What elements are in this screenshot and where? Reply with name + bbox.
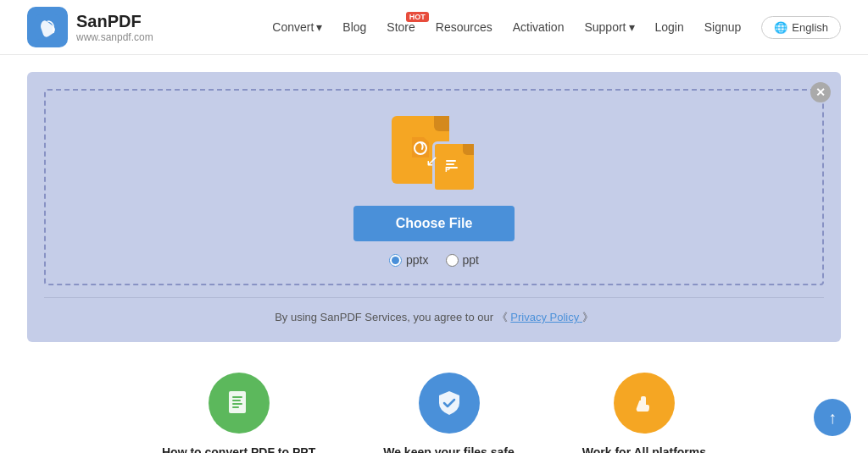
arrow-up-icon: ↑ <box>828 408 837 428</box>
file-icon-wrapper: ↙ P <box>392 116 476 192</box>
radio-ppt-input[interactable] <box>446 254 459 267</box>
svg-rect-6 <box>229 391 246 413</box>
feature-icon-convert <box>209 373 270 434</box>
logo-icon <box>27 7 68 47</box>
privacy-policy-link[interactable]: Privacy Policy <box>510 311 582 323</box>
nav-store[interactable]: Store HOT <box>387 20 415 34</box>
chevron-down-icon: ▾ <box>629 20 635 34</box>
svg-rect-9 <box>232 403 242 405</box>
site-url: www.sanpdf.com <box>76 31 153 43</box>
svg-rect-10 <box>232 406 239 408</box>
feature-icon-safe <box>419 373 480 434</box>
radio-pptx-input[interactable] <box>389 254 402 267</box>
main-content: ✕ ↙ <box>0 55 868 453</box>
svg-rect-2 <box>446 160 456 162</box>
arrow-icon: ↙ <box>426 152 438 170</box>
feature-platforms: Work for All platforms <box>582 373 706 453</box>
close-button[interactable]: ✕ <box>810 82 831 102</box>
nav-resources[interactable]: Resources <box>436 20 492 34</box>
feature-safe-label: We keep your files safe <box>383 445 515 453</box>
svg-text:P: P <box>445 165 450 174</box>
site-name: SanPDF <box>76 12 153 31</box>
upload-box: ↙ P Choose File <box>44 89 824 285</box>
radio-ppt[interactable]: ppt <box>446 253 479 267</box>
feature-platforms-label: Work for All platforms <box>582 445 706 453</box>
format-radio-group: pptx ppt <box>389 253 479 267</box>
hot-badge: HOT <box>406 12 429 22</box>
ppt-icon: P <box>432 141 476 192</box>
nav-login[interactable]: Login <box>655 20 684 34</box>
feature-convert: How to convert PDF to PPT <box>162 373 315 453</box>
feature-safe: We keep your files safe <box>383 373 515 453</box>
chevron-down-icon: ▾ <box>316 20 322 34</box>
privacy-notice: By using SanPDF Services, you agree to o… <box>44 297 824 325</box>
svg-rect-7 <box>232 396 242 398</box>
feature-icon-platforms <box>614 373 675 434</box>
nav-support[interactable]: Support ▾ <box>584 20 634 34</box>
nav-convert[interactable]: Convert ▾ <box>272 20 322 34</box>
feature-convert-label: How to convert PDF to PPT <box>162 445 315 453</box>
features-section: How to convert PDF to PPT We keep your f… <box>27 373 841 453</box>
choose-file-button[interactable]: Choose File <box>353 206 515 241</box>
ppt-symbol: P <box>442 153 466 180</box>
upload-section: ✕ ↙ <box>27 72 841 342</box>
nav-activation[interactable]: Activation <box>513 20 565 34</box>
logo-area: SanPDF www.sanpdf.com <box>27 7 153 47</box>
logo-text: SanPDF www.sanpdf.com <box>76 12 153 43</box>
header: SanPDF www.sanpdf.com Convert ▾ Blog Sto… <box>0 0 868 55</box>
radio-pptx[interactable]: pptx <box>389 253 428 267</box>
float-action-button[interactable]: ↑ <box>814 399 851 436</box>
main-nav: Convert ▾ Blog Store HOT Resources Activ… <box>272 16 841 39</box>
language-button[interactable]: 🌐 English <box>761 16 841 39</box>
globe-icon: 🌐 <box>774 21 787 34</box>
nav-blog[interactable]: Blog <box>342 20 366 34</box>
nav-signup[interactable]: Signup <box>704 20 742 34</box>
svg-rect-8 <box>232 400 241 401</box>
